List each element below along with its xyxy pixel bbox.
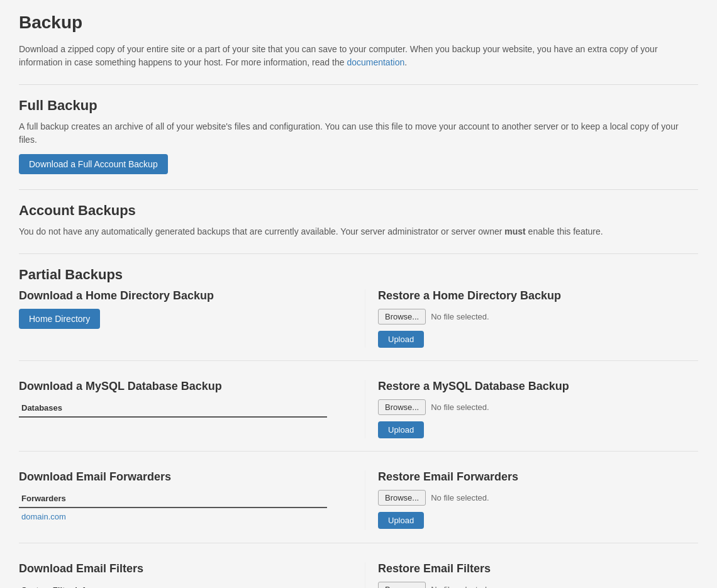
download-full-backup-button[interactable]: Download a Full Account Backup [19,154,168,174]
page-header: Backup Download a zipped copy of your en… [19,13,698,69]
mysql-table: Databases [19,399,327,418]
account-backups-message: You do not have any automatically genera… [19,225,698,238]
forwarders-browse-button[interactable]: Browse... [378,490,426,506]
home-directory-left: Download a Home Directory Backup Home Di… [19,289,352,348]
forwarders-left: Download Email Forwarders Forwarders dom… [19,470,352,530]
mysql-download-title: Download a MySQL Database Backup [19,380,327,393]
forwarders-table-header: Forwarders [19,490,327,508]
description-suffix: . [404,57,407,67]
forwarders-domain-link[interactable]: domain.com [21,512,66,521]
home-directory-right: Restore a Home Directory Backup Browse..… [365,289,698,348]
account-backups-message-prefix: You do not have any automatically genera… [19,226,504,236]
filters-table-header: System Filter Info [19,582,327,588]
divider-3 [19,253,698,254]
mysql-no-file-text: No file selected. [431,402,489,412]
partial-backups-title: Partial Backups [19,267,698,283]
home-directory-download-title: Download a Home Directory Backup [19,289,327,302]
mysql-table-header: Databases [19,399,327,417]
full-backup-section: Full Backup A full backup creates an arc… [19,97,698,174]
forwarders-restore-title: Restore Email Forwarders [378,470,698,484]
mysql-upload-button[interactable]: Upload [378,421,424,438]
partial-backups-section: Partial Backups Download a Home Director… [19,267,698,588]
mysql-browse-button[interactable]: Browse... [378,399,426,415]
documentation-link[interactable]: documentation [347,57,404,67]
account-backups-message-bold: must [504,226,525,236]
home-directory-restore-title: Restore a Home Directory Backup [378,289,698,302]
account-backups-title: Account Backups [19,202,698,219]
filters-browse-button[interactable]: Browse... [378,582,426,588]
home-directory-button[interactable]: Home Directory [19,309,100,329]
filters-right: Restore Email Filters Browse... No file … [365,562,698,588]
forwarders-no-file-text: No file selected. [431,493,489,502]
mysql-right: Restore a MySQL Database Backup Browse..… [365,380,698,438]
filters-table: System Filter Info [19,582,327,588]
full-backup-title: Full Backup [19,97,698,114]
filters-no-file-text: No file selected. [431,585,489,588]
account-backups-message-suffix: enable this feature. [526,226,603,236]
forwarders-upload-button[interactable]: Upload [378,512,424,529]
forwarders-domain[interactable]: domain.com [19,508,327,525]
forwarders-file-input-row: Browse... No file selected. [378,490,698,506]
filters-file-input-row: Browse... No file selected. [378,582,698,588]
forwarders-download-title: Download Email Forwarders [19,470,327,484]
page-description-text: Download a zipped copy of your entire si… [19,44,658,67]
full-backup-description: A full backup creates an archive of all … [19,120,698,147]
mysql-restore-title: Restore a MySQL Database Backup [378,380,698,393]
home-directory-file-input-row: Browse... No file selected. [378,309,698,325]
mysql-file-input-row: Browse... No file selected. [378,399,698,415]
forwarders-table-row[interactable]: domain.com [19,508,327,525]
mysql-left: Download a MySQL Database Backup Databas… [19,380,352,438]
filters-restore-title: Restore Email Filters [378,562,698,575]
filters-download-title: Download Email Filters [19,562,327,575]
partial-row-home-directory: Download a Home Directory Backup Home Di… [19,289,698,361]
divider-2 [19,189,698,190]
page-title: Backup [19,13,698,33]
home-directory-no-file-text: No file selected. [431,312,489,321]
partial-row-filters: Download Email Filters System Filter Inf… [19,562,698,588]
forwarders-table: Forwarders domain.com [19,490,327,525]
forwarders-right: Restore Email Forwarders Browse... No fi… [365,470,698,530]
filters-left: Download Email Filters System Filter Inf… [19,562,352,588]
partial-row-forwarders: Download Email Forwarders Forwarders dom… [19,470,698,543]
account-backups-section: Account Backups You do not have any auto… [19,202,698,238]
home-directory-browse-button[interactable]: Browse... [378,309,426,325]
divider-1 [19,84,698,85]
page-description: Download a zipped copy of your entire si… [19,43,698,69]
partial-row-mysql: Download a MySQL Database Backup Databas… [19,380,698,452]
home-directory-upload-button[interactable]: Upload [378,331,424,348]
